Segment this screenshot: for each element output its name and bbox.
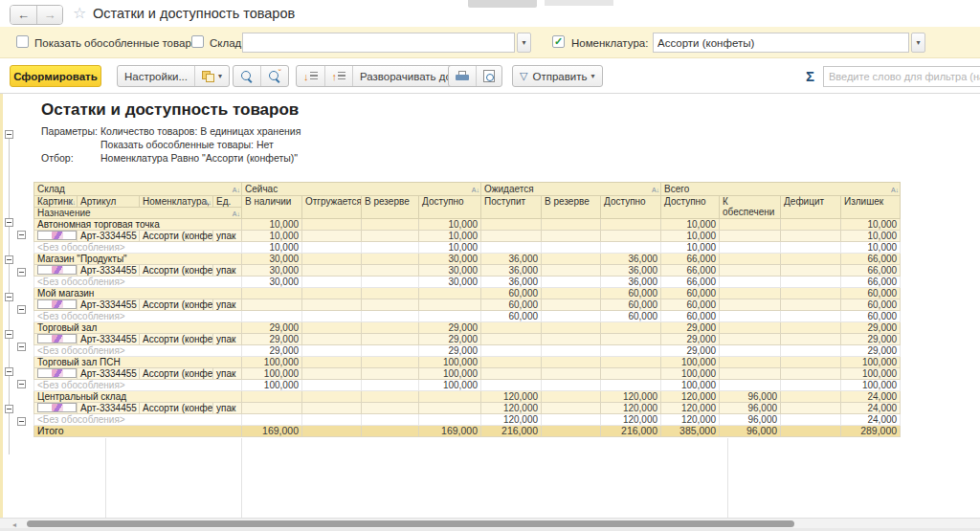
tree-expander[interactable] — [5, 293, 13, 301]
tab-strip-artifact — [545, 0, 613, 6]
header-total-group[interactable]: ВсегоА↓ — [661, 183, 901, 196]
warehouse-label[interactable]: Склад: — [210, 37, 244, 49]
cancel-search-button[interactable]: ˘ — [260, 66, 288, 86]
show-separated-label[interactable]: Показать обособленные товары — [34, 37, 199, 49]
cell-now_shipping — [302, 288, 362, 299]
cell-picture — [34, 231, 78, 242]
header-exp-reserve[interactable]: В резерве — [542, 196, 601, 219]
cell-now_reserve — [362, 288, 419, 299]
search-button[interactable] — [234, 66, 260, 86]
tree-expander[interactable] — [5, 130, 13, 139]
table-filter-input[interactable] — [823, 66, 980, 87]
report-variants-icon — [202, 71, 214, 82]
warehouse-dropdown-button[interactable]: ▾ — [517, 33, 531, 53]
header-now-shipping[interactable]: Отгружается — [302, 196, 362, 219]
cell-to_provide — [720, 334, 781, 345]
warehouse-input[interactable] — [242, 33, 515, 53]
report-variants-button[interactable]: ▾ — [194, 66, 229, 86]
header-to-provide[interactable]: К обеспечени — [720, 196, 781, 219]
header-now-reserve[interactable]: В резерве — [362, 196, 419, 219]
cell-now_reserve — [362, 403, 419, 414]
header-exp-free[interactable]: Доступно — [601, 196, 661, 219]
cell-surplus: 24,000 — [841, 391, 901, 403]
header-surplus[interactable]: Излишек — [841, 196, 901, 219]
warehouse-checkbox[interactable] — [191, 35, 204, 48]
header-nomenclature[interactable]: Номенклатура,А↓ — [140, 196, 213, 208]
tree-expander[interactable] — [17, 417, 26, 426]
tree-expander[interactable] — [17, 343, 26, 351]
nomenclature-checkbox[interactable]: ✓ — [552, 35, 565, 48]
header-article[interactable]: Артикул — [78, 196, 140, 208]
cell-surplus: 10,000 — [841, 242, 901, 254]
cell-now_avail: 100,000 — [242, 368, 302, 380]
product-image-thumbnail[interactable] — [52, 369, 63, 377]
product-image-thumbnail[interactable] — [52, 404, 63, 411]
back-button[interactable]: ← — [11, 6, 36, 24]
cell-deficit — [781, 426, 841, 437]
header-warehouse-group[interactable]: СкладА↓ — [34, 183, 242, 196]
header-expected-group[interactable]: ОжидаетсяА↓ — [481, 183, 661, 196]
cell-nomenclature: Ассорти (конфеты), — [140, 334, 213, 345]
header-deficit[interactable]: Дефицит — [781, 196, 841, 219]
scrollbar-thumb[interactable] — [27, 520, 794, 527]
generate-button[interactable]: Сформировать — [10, 65, 101, 87]
nomenclature-input[interactable] — [653, 33, 909, 53]
cell-exp_reserve — [542, 322, 601, 334]
header-now-available[interactable]: В наличии — [242, 196, 302, 219]
product-image-thumbnail[interactable] — [52, 266, 63, 274]
nomenclature-label[interactable]: Номенклатура: — [571, 37, 648, 49]
cell-exp_incoming — [481, 380, 542, 391]
cell-exp_reserve — [542, 265, 601, 277]
send-button[interactable]: ▽ Отправить ▾ — [513, 66, 602, 86]
cell-total_free: 120,000 — [661, 391, 720, 403]
forward-button[interactable]: → — [36, 6, 62, 24]
cell-exp_incoming: 60,000 — [481, 288, 542, 299]
cell-now_reserve — [362, 242, 419, 254]
header-exp-incoming[interactable]: Поступит — [481, 196, 542, 219]
print-button[interactable] — [449, 66, 476, 86]
header-now-group[interactable]: СейчасА↓ — [242, 183, 481, 196]
chevron-down-icon: ▾ — [591, 72, 595, 80]
tree-expander[interactable] — [5, 405, 13, 413]
cell-now_avail — [242, 311, 302, 322]
show-separated-checkbox[interactable] — [16, 35, 29, 48]
product-image-thumbnail[interactable] — [52, 335, 63, 343]
horizontal-scrollbar[interactable]: ◂ — [0, 518, 980, 528]
tree-expander[interactable] — [5, 367, 13, 376]
tree-expander[interactable] — [5, 218, 13, 227]
header-now-free[interactable]: Доступно — [419, 196, 481, 219]
header-unit[interactable]: Ед. — [213, 196, 242, 208]
cell-now_free: 100,000 — [419, 380, 481, 391]
cell-total_free: 120,000 — [661, 403, 720, 414]
header-assignment[interactable]: НазначениеА↓ — [34, 208, 242, 219]
expand-groups-button[interactable]: ↓ — [297, 66, 324, 86]
tree-expander[interactable] — [17, 268, 26, 277]
product-image-thumbnail[interactable] — [52, 232, 63, 239]
cell-to_provide — [720, 254, 781, 265]
tree-expander[interactable] — [5, 330, 13, 339]
tree-expander[interactable] — [17, 380, 26, 388]
cell-now_avail: 30,000 — [242, 277, 302, 288]
settings-button[interactable]: Настройки... — [118, 66, 194, 86]
tree-expander[interactable] — [5, 255, 13, 264]
cell-exp_incoming: 36,000 — [481, 265, 542, 277]
cell-picture — [34, 299, 78, 311]
collapse-groups-button[interactable]: ↑ — [324, 66, 353, 86]
header-picture[interactable]: КартинкА↓ — [34, 196, 78, 208]
app-window: ← → ☆ Остатки и доступность товаров Пока… — [0, 0, 980, 531]
send-label: Отправить — [532, 71, 587, 82]
cell-exp_reserve — [542, 242, 601, 254]
cell-to_provide — [720, 265, 781, 277]
favorite-star-icon[interactable]: ☆ — [73, 4, 86, 22]
nomenclature-dropdown-button[interactable]: ▾ — [911, 33, 925, 53]
cell-article: Арт-3334455 — [78, 265, 140, 277]
cell-total_free: 29,000 — [661, 322, 720, 334]
sort-icon: А↓ — [891, 184, 899, 196]
product-image-thumbnail[interactable] — [52, 300, 63, 308]
print-preview-button[interactable] — [476, 66, 501, 86]
tree-expander[interactable] — [17, 231, 26, 239]
cell-exp_reserve — [542, 231, 601, 242]
tree-expander[interactable] — [17, 305, 26, 314]
cell-unit: упак — [213, 368, 242, 380]
header-total-free[interactable]: Доступно — [661, 196, 720, 219]
